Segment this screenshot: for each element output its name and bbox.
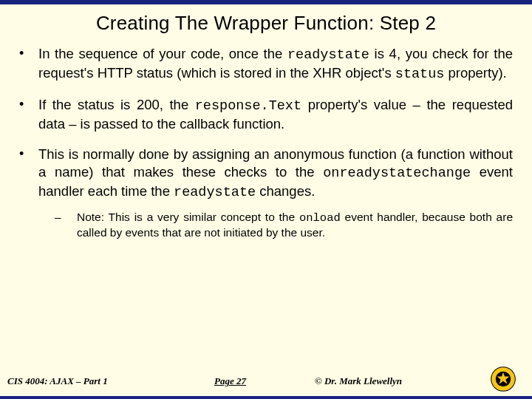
bullet-3: This is normally done by assigning an an… [16,146,513,241]
sub1-text-a: Note: This is a very similar concept to … [77,211,299,223]
b3-code-1: onreadystatechange [323,166,471,181]
bullet-list: In the sequence of your code, once the r… [16,45,513,241]
b1-code-1: readystate [287,47,369,63]
slide-content: In the sequence of your code, once the r… [0,45,532,241]
sub-bullet-list: Note: This is a very similar concept to … [38,210,513,241]
footer-page: Page 27 [214,375,246,387]
footer: CIS 4004: AJAX – Part 1 Page 27 © Dr. Ma… [0,371,532,392]
b1-code-2: status [395,66,445,82]
b1-text-a: In the sequence of your code, once the [38,46,287,61]
footer-author: © Dr. Mark Llewellyn [315,375,402,387]
sub-bullet-1: Note: This is a very similar concept to … [38,210,513,241]
slide-title: Creating The Wrapper Function: Step 2 [0,12,532,35]
footer-course: CIS 4004: AJAX – Part 1 [7,375,108,387]
slide: Creating The Wrapper Function: Step 2 In… [0,0,532,399]
sub1-code-1: onload [299,211,341,225]
bullet-1: In the sequence of your code, once the r… [16,45,513,84]
b3-code-2: readystate [174,185,256,200]
b3-text-c: changes. [256,183,315,199]
b1-text-c: property). [444,65,506,81]
bullet-2: If the status is 200, the response.Text … [16,96,513,134]
b2-code-1: response.Text [195,98,301,114]
ucf-logo-icon [491,366,516,392]
b2-text-a: If the status is 200, the [38,97,195,112]
